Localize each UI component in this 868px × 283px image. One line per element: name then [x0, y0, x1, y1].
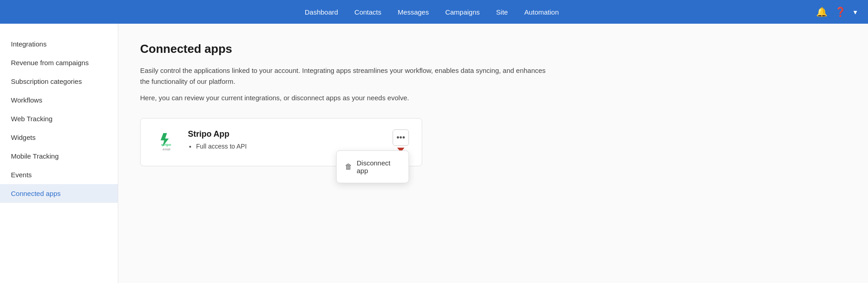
- more-menu-container: ••• 🗑 Disconnect app: [393, 129, 409, 151]
- help-icon[interactable]: ❓: [835, 6, 846, 17]
- sidebar-item-connected-apps[interactable]: Connected apps: [0, 184, 118, 203]
- app-info: Stripo App Full access to API: [188, 129, 384, 151]
- sidebar-item-events[interactable]: Events: [0, 165, 118, 184]
- permission-item: Full access to API: [196, 143, 384, 150]
- dropdown-menu: 🗑 Disconnect app: [336, 150, 409, 183]
- bell-icon[interactable]: 🔔: [816, 6, 828, 17]
- nav-links: Dashboard Contacts Messages Campaigns Si…: [47, 8, 816, 16]
- app-permissions: Full access to API: [188, 143, 384, 150]
- nav-automation[interactable]: Automation: [524, 8, 559, 16]
- app-name: Stripo App: [188, 129, 384, 139]
- trash-icon: 🗑: [345, 163, 352, 171]
- more-button[interactable]: •••: [393, 129, 409, 146]
- page-title: Connected apps: [140, 42, 846, 56]
- sidebar-item-subscription[interactable]: Subscription categories: [0, 72, 118, 91]
- nav-campaigns[interactable]: Campaigns: [445, 8, 480, 16]
- disconnect-label: Disconnect app: [357, 159, 400, 175]
- user-menu-chevron[interactable]: ▾: [853, 8, 857, 16]
- nav-site[interactable]: Site: [496, 8, 508, 16]
- sidebar-item-integrations[interactable]: Integrations: [0, 35, 118, 53]
- sidebar-item-revenue[interactable]: Revenue from campaigns: [0, 53, 118, 72]
- svg-text:stripo: stripo: [161, 143, 171, 147]
- app-card: stripo .email Stripo App Full access to …: [140, 118, 422, 166]
- page-description-2: Here, you can review your current integr…: [140, 93, 550, 103]
- sidebar-item-workflows[interactable]: Workflows: [0, 91, 118, 109]
- main-content: Connected apps Easily control the applic…: [118, 24, 868, 283]
- disconnect-app-button[interactable]: 🗑 Disconnect app: [337, 154, 409, 179]
- sidebar-item-mobile-tracking[interactable]: Mobile Tracking: [0, 147, 118, 165]
- page-layout: Integrations Revenue from campaigns Subs…: [0, 24, 868, 283]
- nav-dashboard[interactable]: Dashboard: [305, 8, 338, 16]
- nav-icons: 🔔 ❓ ▾: [816, 6, 857, 17]
- svg-text:.email: .email: [162, 148, 171, 151]
- nav-contacts[interactable]: Contacts: [354, 8, 381, 16]
- nav-messages[interactable]: Messages: [398, 8, 429, 16]
- sidebar: Integrations Revenue from campaigns Subs…: [0, 24, 118, 283]
- sidebar-item-widgets[interactable]: Widgets: [0, 128, 118, 147]
- top-navigation: Dashboard Contacts Messages Campaigns Si…: [0, 0, 868, 24]
- page-description-1: Easily control the applications linked t…: [140, 65, 550, 87]
- sidebar-item-web-tracking[interactable]: Web Tracking: [0, 109, 118, 128]
- app-logo: stripo .email: [153, 129, 179, 155]
